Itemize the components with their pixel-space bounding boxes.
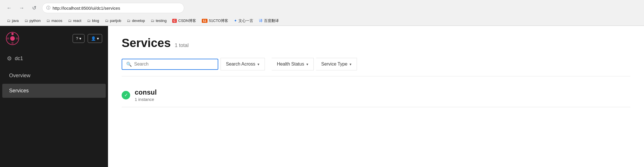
forward-button[interactable]: → bbox=[17, 3, 26, 13]
sidebar-item-services[interactable]: Services bbox=[2, 84, 106, 98]
sidebar: ? ▾ 👤 ▾ ⚙ dc1 Overview Services bbox=[0, 26, 108, 167]
bookmark-csdn[interactable]: C CSDN博客 bbox=[170, 18, 198, 24]
user-chevron: ▾ bbox=[97, 36, 99, 41]
search-icon: 🔍 bbox=[126, 62, 132, 67]
folder-icon: 🗂 bbox=[24, 19, 28, 23]
service-list: ✓ consul 1 instance bbox=[122, 83, 630, 107]
overview-label: Overview bbox=[9, 73, 30, 78]
bookmark-java[interactable]: 🗂 java bbox=[5, 18, 21, 23]
bookmark-blog[interactable]: 🗂 blog bbox=[85, 18, 101, 23]
app-container: ? ▾ 👤 ▾ ⚙ dc1 Overview Services bbox=[0, 26, 644, 167]
bookmark-partjob[interactable]: 🗂 partjob bbox=[103, 18, 124, 23]
bookmark-51cto[interactable]: 51 51CTO博客 bbox=[200, 18, 230, 24]
browser-chrome: ← → ↺ ⓘ http://localhost:8500/ui/dc1/ser… bbox=[0, 0, 644, 26]
bookmark-python[interactable]: 🗂 python bbox=[22, 18, 43, 23]
svg-point-1 bbox=[10, 36, 15, 41]
bookmark-label: java bbox=[12, 19, 19, 23]
sidebar-nav: Overview Services bbox=[0, 68, 108, 98]
bookmark-label: CSDN博客 bbox=[178, 18, 196, 23]
folder-icon: 🗂 bbox=[87, 19, 91, 23]
folder-icon: 🗂 bbox=[46, 19, 50, 23]
svg-point-2 bbox=[11, 33, 14, 35]
bookmark-label: blog bbox=[92, 19, 99, 23]
baidu-icon: 译 bbox=[259, 18, 263, 23]
user-button[interactable]: 👤 ▾ bbox=[88, 34, 102, 43]
csdn-badge: C bbox=[172, 19, 177, 23]
sidebar-controls: ? ▾ 👤 ▾ bbox=[72, 34, 102, 43]
health-badge: ✓ bbox=[122, 91, 130, 99]
bookmark-label: develop bbox=[132, 19, 145, 23]
svg-point-3 bbox=[11, 42, 14, 44]
address-url: http://localhost:8500/ui/dc1/services bbox=[53, 6, 120, 11]
info-icon: ⓘ bbox=[46, 5, 50, 11]
health-status-label: Health Status bbox=[277, 62, 304, 67]
bookmark-yixin[interactable]: ✦ 文心一言 bbox=[232, 18, 255, 24]
bookmark-label: testing bbox=[156, 19, 167, 23]
yixin-icon: ✦ bbox=[234, 19, 237, 23]
bookmarks-bar: 🗂 java 🗂 python 🗂 macos 🗂 react 🗂 blog 🗂… bbox=[0, 16, 644, 26]
bookmark-baidu[interactable]: 译 百度翻译 bbox=[257, 18, 281, 24]
page-title-row: Services 1 total bbox=[122, 36, 630, 50]
help-button[interactable]: ? ▾ bbox=[72, 34, 85, 43]
search-wrapper[interactable]: 🔍 bbox=[122, 59, 218, 70]
bookmark-macos[interactable]: 🗂 macos bbox=[44, 18, 65, 23]
bookmark-label: python bbox=[30, 19, 41, 23]
main-content: Services 1 total 🔍 Search Across ▾ Healt… bbox=[108, 26, 644, 167]
sidebar-item-overview[interactable]: Overview bbox=[2, 69, 106, 83]
reload-button[interactable]: ↺ bbox=[30, 3, 39, 13]
user-icon: 👤 bbox=[91, 36, 96, 41]
service-type-dropdown[interactable]: Service Type ▾ bbox=[316, 58, 357, 70]
page-title: Services bbox=[122, 36, 171, 50]
address-bar[interactable]: ⓘ http://localhost:8500/ui/dc1/services bbox=[42, 3, 184, 13]
search-input[interactable] bbox=[134, 62, 214, 67]
bookmark-react[interactable]: 🗂 react bbox=[66, 18, 84, 23]
table-row[interactable]: ✓ consul 1 instance bbox=[122, 83, 630, 107]
health-status-dropdown[interactable]: Health Status ▾ bbox=[272, 58, 314, 70]
folder-icon: 🗂 bbox=[7, 19, 11, 23]
bookmark-label: partjob bbox=[110, 19, 121, 23]
help-icon: ? bbox=[76, 36, 78, 41]
services-label: Services bbox=[9, 88, 29, 93]
svg-point-5 bbox=[16, 37, 18, 40]
search-across-label: Search Across bbox=[226, 62, 255, 67]
datacenter-label: dc1 bbox=[15, 56, 23, 62]
service-instances: 1 instance bbox=[135, 97, 157, 102]
bookmark-label: macos bbox=[51, 19, 62, 23]
service-type-label: Service Type bbox=[321, 62, 347, 67]
51cto-badge: 51 bbox=[202, 19, 207, 23]
folder-icon: 🗂 bbox=[105, 19, 109, 23]
check-icon: ✓ bbox=[124, 92, 128, 98]
folder-icon: 🗂 bbox=[151, 19, 154, 23]
bookmark-develop[interactable]: 🗂 develop bbox=[124, 18, 147, 23]
bookmark-label: 51CTO博客 bbox=[209, 18, 228, 23]
bookmark-label: 文心一言 bbox=[238, 18, 253, 23]
sidebar-header: ? ▾ 👤 ▾ bbox=[0, 26, 108, 51]
consul-logo bbox=[6, 32, 19, 45]
chevron-down-icon: ▾ bbox=[350, 62, 352, 66]
folder-icon: 🗂 bbox=[127, 19, 130, 23]
browser-toolbar: ← → ↺ ⓘ http://localhost:8500/ui/dc1/ser… bbox=[0, 0, 644, 16]
folder-icon: 🗂 bbox=[68, 19, 72, 23]
svg-point-4 bbox=[7, 37, 9, 40]
bookmark-testing[interactable]: 🗂 testing bbox=[148, 18, 169, 23]
service-name: consul bbox=[135, 88, 157, 96]
datacenter-selector[interactable]: ⚙ dc1 bbox=[0, 51, 108, 66]
help-chevron: ▾ bbox=[79, 36, 81, 41]
back-button[interactable]: ← bbox=[5, 3, 14, 13]
chevron-down-icon: ▾ bbox=[306, 62, 308, 66]
search-across-dropdown[interactable]: Search Across ▾ bbox=[221, 58, 265, 70]
bookmark-label: react bbox=[73, 19, 81, 23]
page-total: 1 total bbox=[175, 42, 189, 48]
bookmark-label: 百度翻译 bbox=[264, 18, 279, 23]
consul-logo-icon bbox=[6, 32, 19, 45]
chevron-down-icon: ▾ bbox=[257, 62, 259, 66]
datacenter-icon: ⚙ bbox=[7, 55, 12, 62]
filter-bar: 🔍 Search Across ▾ Health Status ▾ Servic… bbox=[122, 58, 630, 76]
service-info: consul 1 instance bbox=[135, 88, 157, 102]
